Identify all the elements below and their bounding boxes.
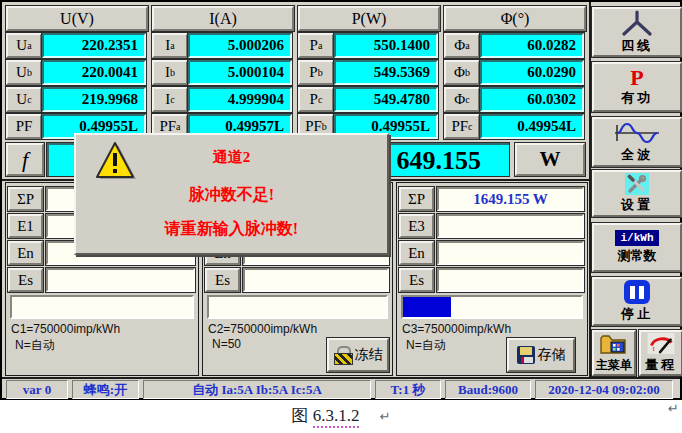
i-kwh-badge: i/kWh: [615, 230, 658, 246]
freeze-lock-icon: [334, 346, 352, 364]
header-voltage: U(V): [6, 6, 148, 31]
dialog-message-2: 请重新输入脉冲数!: [76, 219, 387, 240]
label-es: Es: [205, 268, 240, 292]
stop-label: 停止: [621, 305, 653, 323]
store-button[interactable]: 存储: [507, 338, 575, 372]
dialog-message-1: 脉冲数不足!: [76, 185, 387, 206]
status-current-range: 自动 Ia:5A Ib:5A Ic:5A: [143, 380, 371, 399]
paragraph-mark: ↵: [380, 409, 391, 424]
wiring-mode-label: 四线: [621, 37, 653, 55]
label-ib: Ib: [152, 60, 188, 85]
label-sum-p: ΣP: [399, 187, 434, 211]
freeze-button[interactable]: 冻结: [327, 338, 389, 372]
freeze-button-label: 冻结: [355, 346, 383, 364]
divider: [2, 377, 680, 379]
status-baud: Baud:9600: [445, 380, 531, 399]
label-es: Es: [399, 268, 434, 292]
n-text-3: N=自动: [406, 337, 446, 354]
full-wave-label: 全波: [621, 146, 653, 164]
dialog-title: 通道2: [76, 148, 387, 167]
meter-main-panel: U(V) I(A) P(W) Φ(°) Ua 220.2351 Ia 5.000…: [0, 0, 682, 400]
value-phib: 60.0290: [480, 60, 584, 85]
value-e3: [437, 214, 584, 238]
value-phia: 60.0282: [480, 33, 584, 58]
n-text-2: N=50: [212, 337, 241, 351]
header-current: I(A): [152, 6, 294, 31]
label-ub: Ub: [6, 60, 42, 85]
caption-number: 6.3.1.2: [313, 406, 360, 428]
wiring-mode-button[interactable]: 四线: [592, 7, 682, 57]
wye-connection-icon: [620, 10, 654, 36]
stop-button[interactable]: 停止: [592, 277, 682, 326]
value-es: [243, 268, 389, 292]
main-menu-button[interactable]: 主菜单: [592, 330, 636, 376]
value-ia: 5.000206: [188, 33, 292, 58]
value-uc: 219.9968: [42, 87, 146, 112]
screenshot-stage: U(V) I(A) P(W) Φ(°) Ua 220.2351 Ia 5.000…: [0, 0, 682, 433]
value-phic: 60.0302: [480, 87, 584, 112]
value-es: [46, 268, 195, 292]
label-phib: Φb: [444, 60, 480, 85]
gauge-icon: I: [646, 332, 676, 355]
value-pc: 549.4780: [334, 87, 438, 112]
tools-icon: [625, 173, 649, 195]
label-e1: E1: [8, 214, 43, 238]
save-disk-icon: [517, 346, 535, 364]
label-ia: Ia: [152, 33, 188, 58]
svg-text:I: I: [652, 345, 654, 352]
constant-text-3: C3=750000imp/kWh: [402, 322, 511, 336]
figure-caption: 图 6.3.1.2 ↵: [0, 404, 682, 427]
status-bar: var 0 蜂鸣:开 自动 Ia:5A Ib:5A Ic:5A T:1 秒 Ba…: [6, 380, 673, 399]
value-pfc: 0.49954L: [480, 114, 584, 139]
label-pc: Pc: [298, 87, 334, 112]
pulse-input-2[interactable]: [207, 295, 388, 319]
label-en: En: [399, 241, 434, 265]
value-ib: 5.000104: [188, 60, 292, 85]
full-wave-button[interactable]: 全波: [592, 117, 682, 167]
active-power-button[interactable]: P 有功: [592, 62, 682, 112]
warning-dialog[interactable]: 通道2 脉冲数不足! 请重新输入脉冲数!: [74, 133, 389, 255]
table-row: Ub 220.0041 Ib 5.000104 Pb 549.5369 Φb 6…: [6, 60, 584, 85]
pulse-input-1[interactable]: [10, 295, 194, 319]
pulse-progress-track: [401, 295, 583, 319]
active-power-label: 有功: [621, 89, 653, 107]
label-pf: PF: [6, 114, 42, 139]
label-pb: Pb: [298, 60, 334, 85]
status-interval: T:1 秒: [375, 380, 441, 399]
label-f: f: [6, 143, 44, 176]
energy-channel-3: ΣP 1649.155 W E3 En Es C3=750000imp/kWh …: [396, 182, 588, 376]
range-label: 量程: [645, 356, 677, 374]
pulse-progress-fill: [403, 297, 451, 317]
waveform-icon: [613, 121, 661, 145]
pause-icon: [624, 280, 650, 304]
value-en: [437, 241, 584, 265]
divider: [589, 2, 591, 378]
settings-label: 设置: [621, 196, 653, 214]
label-es: Es: [8, 268, 43, 292]
label-en: En: [8, 241, 43, 265]
settings-button[interactable]: 设置: [592, 170, 682, 217]
label-phic: Φc: [444, 87, 480, 112]
label-pfc: PFc: [444, 114, 480, 139]
value-es: [437, 268, 584, 292]
constant-text-2: C2=750000imp/kWh: [208, 322, 317, 336]
value-ua: 220.2351: [42, 33, 146, 58]
measure-constant-label: 测常数: [618, 247, 657, 265]
p-letter-icon: P: [630, 68, 643, 88]
status-buzzer: 蜂鸣:开: [72, 380, 139, 399]
power-unit-box: W: [515, 143, 585, 176]
caption-prefix: 图: [291, 406, 312, 425]
value-ub: 220.0041: [42, 60, 146, 85]
label-e3: E3: [399, 214, 434, 238]
store-button-label: 存储: [538, 346, 566, 364]
header-phase: Φ(°): [444, 6, 586, 31]
constant-text-1: C1=750000imp/kWh: [11, 322, 120, 336]
value-ic: 4.999904: [188, 87, 292, 112]
label-phia: Φa: [444, 33, 480, 58]
status-var: var 0: [6, 380, 68, 399]
value-pa: 550.1400: [334, 33, 438, 58]
measure-constant-button[interactable]: i/kWh 测常数: [592, 223, 682, 272]
label-sum-p: ΣP: [8, 187, 43, 211]
range-button[interactable]: I 量程: [639, 330, 682, 376]
value-pb: 549.5369: [334, 60, 438, 85]
